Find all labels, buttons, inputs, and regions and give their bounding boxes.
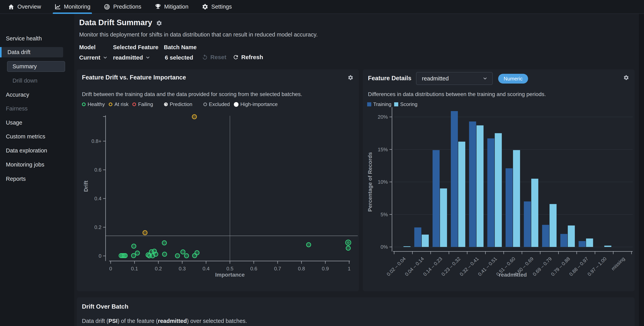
sidebar-item-usage[interactable]: Usage xyxy=(0,117,70,128)
svg-text:0.7: 0.7 xyxy=(274,266,281,272)
description-part: PSI xyxy=(108,318,118,324)
sidebar-item-label: Service health xyxy=(6,35,42,42)
nav-item-predictions[interactable]: Predictions xyxy=(102,0,143,13)
predictions-icon xyxy=(104,3,110,10)
drift-over-batch-description: Data drift (PSI) of the feature (readmit… xyxy=(82,318,247,324)
svg-text:readmitted: readmitted xyxy=(499,272,527,278)
sidebar-item-data-drift[interactable]: Data drift xyxy=(0,47,63,57)
top-nav: OverviewMonitoringPredictionsMitigationS… xyxy=(0,0,644,14)
svg-text:0.88 – 0.97: 0.88 – 0.97 xyxy=(568,256,589,277)
mitigation-icon xyxy=(155,3,161,10)
page-subtitle: Monitor this deployment for shifts in da… xyxy=(79,31,318,38)
svg-text:0.2: 0.2 xyxy=(155,266,162,272)
nav-item-label: Mitigation xyxy=(164,3,188,10)
sidebar-item-label: Accuracy xyxy=(6,92,29,98)
svg-text:0%: 0% xyxy=(380,244,388,250)
nav-item-label: Predictions xyxy=(113,3,141,10)
svg-text:10%: 10% xyxy=(378,179,388,185)
sidebar-item-label: Drill down xyxy=(12,77,37,84)
svg-text:0: 0 xyxy=(99,253,102,259)
svg-text:0.5: 0.5 xyxy=(226,266,234,272)
nav-item-label: Settings xyxy=(211,3,232,10)
svg-text:0.14 – 0.23: 0.14 – 0.23 xyxy=(422,256,443,277)
svg-text:5%: 5% xyxy=(380,212,388,217)
svg-text:missing: missing xyxy=(610,256,626,272)
feature-details-panel: Feature Details readmitted Numeric Diffe… xyxy=(363,69,634,291)
feature-drift-vs-importance-panel: Feature Drift vs. Feature Importance Dri… xyxy=(77,69,359,291)
sidebar-item-label: Reports xyxy=(6,176,26,182)
nav-item-settings[interactable]: Settings xyxy=(200,0,234,13)
svg-text:0.04 – 0.14: 0.04 – 0.14 xyxy=(404,256,425,277)
sidebar-item-summary[interactable]: Summary xyxy=(7,61,65,72)
svg-text:0.6: 0.6 xyxy=(94,167,102,173)
svg-text:Drift: Drift xyxy=(83,180,89,192)
sidebar-item-label: Data drift xyxy=(6,49,30,55)
chevron-down-icon xyxy=(145,55,150,60)
reset-button[interactable]: Reset xyxy=(202,54,226,60)
nav-item-monitoring[interactable]: Monitoring xyxy=(53,0,92,13)
sidebar-item-custom-metrics[interactable]: Custom metrics xyxy=(0,131,70,142)
batch-filter-label: Batch Name xyxy=(164,44,197,51)
sidebar-item-reports[interactable]: Reports xyxy=(0,173,70,184)
svg-text:0.4: 0.4 xyxy=(202,266,210,272)
sidebar-item-accuracy[interactable]: Accuracy xyxy=(0,89,70,100)
svg-text:0.23 – 0.32: 0.23 – 0.32 xyxy=(440,256,462,277)
feature-filter-label: Selected Feature xyxy=(113,44,158,51)
page-settings-gear-icon[interactable] xyxy=(156,20,162,26)
svg-text:0.97 – 1.00: 0.97 – 1.00 xyxy=(586,256,608,277)
description-part: ) of the feature ( xyxy=(118,318,158,324)
description-part: ) over selected batches. xyxy=(187,318,247,324)
nav-item-mitigation[interactable]: Mitigation xyxy=(153,0,190,13)
svg-text:20%: 20% xyxy=(378,114,388,120)
svg-text:Importance: Importance xyxy=(215,272,245,278)
vertical-scrollbar[interactable] xyxy=(639,14,644,326)
svg-text:0.32 – 0.41: 0.32 – 0.41 xyxy=(458,256,480,277)
chevron-down-icon xyxy=(103,55,108,60)
refresh-button[interactable]: Refresh xyxy=(233,54,263,60)
drift-over-batch-title: Drift Over Batch xyxy=(82,303,128,310)
svg-text:0: 0 xyxy=(109,266,112,272)
svg-text:0.6: 0.6 xyxy=(250,266,257,272)
sidebar: Service healthData driftSummaryDrill dow… xyxy=(0,14,74,326)
sidebar-item-monitoring-jobs[interactable]: Monitoring jobs xyxy=(0,159,70,170)
sidebar-item-data-exploration[interactable]: Data exploration xyxy=(0,145,70,156)
svg-text:0.2: 0.2 xyxy=(94,224,102,230)
svg-text:1: 1 xyxy=(348,266,350,272)
svg-text:0.69 – 0.79: 0.69 – 0.79 xyxy=(532,256,553,277)
svg-text:15%: 15% xyxy=(378,147,388,153)
svg-text:0.8: 0.8 xyxy=(298,266,305,272)
model-filter-label: Model xyxy=(79,44,96,51)
sidebar-item-drill-down[interactable]: Drill down xyxy=(0,75,70,86)
main-content: Data Drift Summary Monitor this deployme… xyxy=(74,14,644,326)
refresh-icon xyxy=(233,54,239,60)
sidebar-item-label: Monitoring jobs xyxy=(6,162,44,168)
feature-dropdown-value: readmitted xyxy=(113,54,143,61)
batch-selector[interactable]: 6 selected xyxy=(165,54,193,61)
sidebar-item-label: Data exploration xyxy=(6,147,47,154)
feature-dropdown[interactable]: readmitted xyxy=(113,54,150,61)
nav-item-label: Monitoring xyxy=(64,3,90,10)
feature-distribution-histogram[interactable]: 0%5%10%15%20%Percentage of Records0.02 –… xyxy=(363,69,634,291)
description-part: Data drift ( xyxy=(82,318,108,324)
svg-text:0.3: 0.3 xyxy=(179,266,186,272)
batch-selector-value: 6 selected xyxy=(165,54,193,61)
sidebar-item-service-health[interactable]: Service health xyxy=(0,33,70,44)
sidebar-item-label: Usage xyxy=(6,120,22,126)
sidebar-item-label: Summary xyxy=(12,63,37,70)
svg-text:0.8+: 0.8+ xyxy=(92,138,102,144)
sidebar-item-label: Custom metrics xyxy=(6,133,45,140)
settings-icon xyxy=(202,3,208,10)
drift-importance-scatter-chart[interactable]: 00.20.40.60.8+Drift00.10.20.30.40.50.60.… xyxy=(77,69,359,291)
model-dropdown[interactable]: Current xyxy=(79,54,108,61)
svg-text:0.41 – 0.51: 0.41 – 0.51 xyxy=(477,256,498,277)
description-part: readmitted xyxy=(158,318,187,324)
refresh-button-label: Refresh xyxy=(241,54,263,60)
drift-over-batch-panel: Drift Over Batch Data drift (PSI) of the… xyxy=(77,297,634,326)
nav-item-overview[interactable]: Overview xyxy=(6,0,42,13)
model-dropdown-value: Current xyxy=(79,54,100,61)
svg-text:0.9: 0.9 xyxy=(322,266,329,272)
reset-button-label: Reset xyxy=(210,54,226,60)
sidebar-item-label: Fairness xyxy=(6,105,28,112)
svg-text:0.02 – 0.04: 0.02 – 0.04 xyxy=(386,256,407,277)
sidebar-item-fairness[interactable]: Fairness xyxy=(0,103,70,114)
